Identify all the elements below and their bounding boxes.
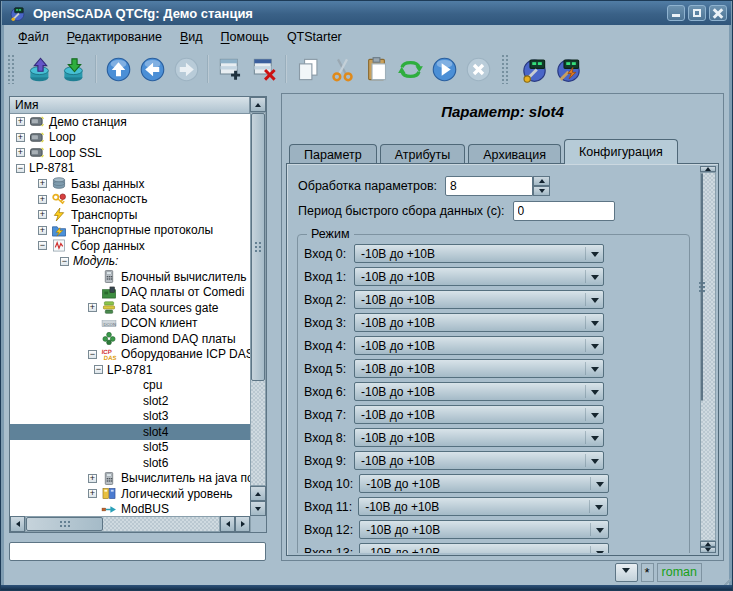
content-vertical-scrollbar[interactable] bbox=[700, 166, 716, 553]
expander-icon[interactable]: − bbox=[16, 164, 25, 173]
scroll-left-icon[interactable] bbox=[10, 516, 25, 532]
expander-icon[interactable]: + bbox=[88, 474, 97, 483]
tree-item[interactable]: + Базы данных bbox=[10, 176, 250, 192]
maximize-icon[interactable] bbox=[688, 5, 706, 21]
expander-icon[interactable]: + bbox=[88, 303, 97, 312]
status-combo-button[interactable] bbox=[615, 563, 638, 582]
tree-vertical-scrollbar[interactable] bbox=[250, 97, 266, 516]
paste-item-icon[interactable] bbox=[359, 52, 393, 86]
add-item-icon[interactable] bbox=[213, 52, 247, 86]
scroll-up-icon[interactable] bbox=[250, 486, 266, 501]
tree-item[interactable]: slot2 bbox=[10, 393, 250, 409]
start-updating-icon[interactable] bbox=[427, 52, 461, 86]
input-range-select[interactable]: -10В до +10В bbox=[359, 474, 609, 493]
tree-item[interactable]: − LP-8781 bbox=[10, 362, 250, 378]
scroll-right-icon[interactable] bbox=[235, 516, 250, 532]
tree-filter-input[interactable] bbox=[9, 542, 266, 561]
stop-icon[interactable] bbox=[461, 52, 495, 86]
tree-item[interactable]: slot3 bbox=[10, 409, 250, 425]
tab[interactable]: Конфигурация bbox=[564, 139, 678, 164]
forward-icon[interactable] bbox=[169, 52, 203, 86]
load-from-db-icon[interactable] bbox=[23, 52, 57, 86]
tree-item[interactable]: ModBUS bbox=[10, 502, 250, 517]
expander-icon[interactable]: + bbox=[16, 148, 25, 157]
cut-item-icon[interactable] bbox=[325, 52, 359, 86]
expander-icon[interactable]: + bbox=[38, 195, 47, 204]
spin-down-icon[interactable] bbox=[533, 186, 550, 196]
tree-horizontal-scrollbar[interactable] bbox=[10, 516, 250, 532]
toolbar-drag-handle[interactable] bbox=[501, 54, 509, 84]
input-range-select[interactable]: -10В до +10В bbox=[359, 520, 609, 539]
content-vscroll-thumb[interactable] bbox=[701, 173, 703, 401]
tree-item[interactable]: slot5 bbox=[10, 440, 250, 456]
menu-item[interactable]: Вид bbox=[171, 28, 212, 47]
menu-item[interactable]: Файл bbox=[9, 28, 58, 47]
input-range-select[interactable]: -10В до +10В bbox=[354, 244, 604, 263]
tree-item[interactable]: slot6 bbox=[10, 455, 250, 471]
processing-input[interactable] bbox=[445, 176, 533, 196]
tree-vscroll-track[interactable] bbox=[250, 112, 266, 486]
input-range-select[interactable]: -10В до +10В bbox=[354, 382, 604, 401]
input-range-select[interactable]: -10В до +10В bbox=[354, 290, 604, 309]
input-range-select[interactable]: -10В до +10В bbox=[359, 543, 609, 553]
tree-item[interactable]: Diamond DAQ платы bbox=[10, 331, 250, 347]
tree-item[interactable]: DAQ платы от Comedi bbox=[10, 285, 250, 301]
tree-hscroll-track[interactable] bbox=[25, 516, 220, 532]
tab[interactable]: Атрибуты bbox=[380, 144, 466, 164]
input-range-select[interactable]: -10В до +10В bbox=[354, 405, 604, 424]
tree-item[interactable]: slot4 bbox=[10, 424, 250, 440]
expander-icon[interactable]: − bbox=[88, 350, 97, 359]
expander-icon[interactable]: + bbox=[88, 489, 97, 498]
toolbar-drag-handle[interactable] bbox=[7, 54, 15, 84]
copy-item-icon[interactable] bbox=[291, 52, 325, 86]
input-range-select[interactable]: -10В до +10В bbox=[354, 336, 604, 355]
menu-item[interactable]: Помощь bbox=[212, 28, 278, 47]
input-range-select[interactable]: -10В до +10В bbox=[358, 497, 608, 516]
tree-item[interactable]: + Loop SSL bbox=[10, 145, 250, 161]
delete-item-icon[interactable] bbox=[247, 52, 281, 86]
input-range-select[interactable]: -10В до +10В bbox=[354, 267, 604, 286]
period-input[interactable] bbox=[513, 201, 615, 221]
tree-item[interactable]: + Loop bbox=[10, 130, 250, 146]
titlebar[interactable]: OpenSCADA QTCfg: Демо станция bbox=[2, 1, 731, 25]
tree-item[interactable]: cpu bbox=[10, 378, 250, 394]
save-to-db-icon[interactable] bbox=[57, 52, 91, 86]
spin-up-icon[interactable] bbox=[533, 176, 550, 186]
qtstarter-config-icon[interactable] bbox=[517, 52, 551, 86]
tree-column-header[interactable]: Имя bbox=[10, 97, 250, 114]
expander-icon[interactable]: − bbox=[60, 257, 69, 266]
scroll-left-icon[interactable] bbox=[220, 516, 235, 532]
tree-item[interactable]: + Логический уровень bbox=[10, 486, 250, 502]
tree-item[interactable]: − Модуль: bbox=[10, 254, 250, 270]
input-range-select[interactable]: -10В до +10В bbox=[354, 428, 604, 447]
tree-item[interactable]: − Сбор данных bbox=[10, 238, 250, 254]
tree-item[interactable]: + Транспорты bbox=[10, 207, 250, 223]
qtstarter-run-icon[interactable] bbox=[551, 52, 585, 86]
scroll-up-icon[interactable] bbox=[250, 97, 266, 112]
menu-item[interactable]: Редактирование bbox=[58, 28, 171, 47]
expander-icon[interactable]: + bbox=[38, 179, 47, 188]
tree-item[interactable]: + Безопасность bbox=[10, 192, 250, 208]
scroll-down-icon[interactable] bbox=[250, 501, 266, 516]
tree-item[interactable]: − Оборудование ICP DAS bbox=[10, 347, 250, 363]
tree-item[interactable]: DCON клиент bbox=[10, 316, 250, 332]
tree-vscroll-thumb[interactable] bbox=[251, 113, 265, 381]
minimize-icon[interactable] bbox=[667, 5, 685, 21]
content-vscroll-track[interactable] bbox=[700, 172, 716, 541]
scroll-down-icon[interactable] bbox=[700, 547, 716, 553]
refresh-icon[interactable] bbox=[393, 52, 427, 86]
tree-item[interactable]: + Транспортные протоколы bbox=[10, 223, 250, 239]
menu-item[interactable]: QTStarter bbox=[278, 28, 351, 47]
close-icon[interactable] bbox=[709, 5, 727, 21]
expander-icon[interactable]: − bbox=[38, 241, 47, 250]
up-icon[interactable] bbox=[101, 52, 135, 86]
expander-icon[interactable]: + bbox=[38, 210, 47, 219]
expander-icon[interactable]: + bbox=[38, 226, 47, 235]
input-range-select[interactable]: -10В до +10В bbox=[354, 451, 604, 470]
expander-icon[interactable]: + bbox=[16, 117, 25, 126]
tree-item[interactable]: + Вычислитель на java по bbox=[10, 471, 250, 487]
tab[interactable]: Архивация bbox=[468, 144, 561, 164]
tree-item[interactable]: − LP-8781 bbox=[10, 161, 250, 177]
tree-item[interactable]: Блочный вычислитель bbox=[10, 269, 250, 285]
tree-item[interactable]: + Data sources gate bbox=[10, 300, 250, 316]
